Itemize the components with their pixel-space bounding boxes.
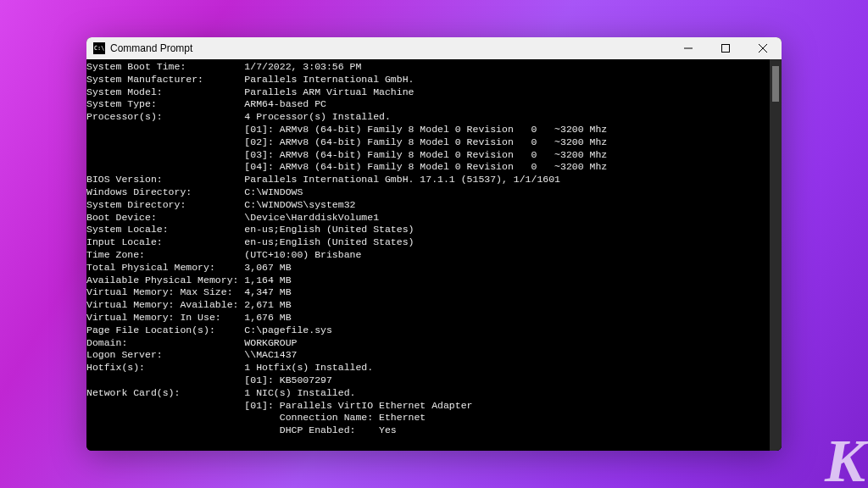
maximize-button[interactable] <box>707 37 744 59</box>
minimize-button[interactable] <box>670 37 707 59</box>
close-icon <box>759 44 767 53</box>
minimize-icon <box>684 44 693 53</box>
svg-rect-1 <box>722 45 730 53</box>
cmd-icon: C:\ <box>93 42 105 54</box>
watermark: K <box>825 426 863 488</box>
terminal-output[interactable]: System Boot Time: 1/7/2022, 3:03:56 PM S… <box>86 59 770 451</box>
maximize-icon <box>721 44 730 53</box>
scrollbar-thumb[interactable] <box>772 66 779 102</box>
window-title: Command Prompt <box>110 42 192 54</box>
terminal-area: System Boot Time: 1/7/2022, 3:03:56 PM S… <box>86 59 782 451</box>
titlebar[interactable]: C:\ Command Prompt <box>86 37 782 59</box>
scrollbar[interactable] <box>770 59 782 451</box>
close-button[interactable] <box>744 37 782 59</box>
command-prompt-window: C:\ Command Prompt System Boot Time: 1/7… <box>86 37 782 451</box>
